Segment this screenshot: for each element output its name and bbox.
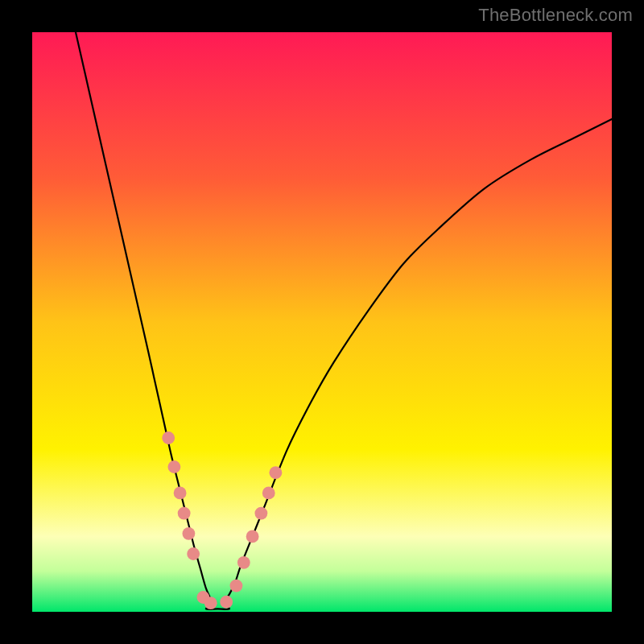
data-marker: [162, 431, 175, 444]
data-marker: [174, 486, 187, 499]
data-marker: [246, 530, 259, 543]
data-marker: [262, 486, 275, 499]
data-marker: [204, 597, 217, 609]
data-marker: [167, 460, 180, 473]
data-marker: [220, 596, 233, 609]
data-marker: [237, 556, 250, 569]
watermark-text: TheBottleneck.com: [478, 5, 633, 26]
data-marker: [269, 466, 282, 479]
data-marker: [254, 507, 267, 520]
data-marker: [178, 507, 191, 520]
data-marker: [182, 527, 195, 540]
chart-plot-area: [32, 32, 612, 612]
gradient-background: [32, 32, 612, 612]
data-marker: [187, 547, 200, 560]
data-marker: [230, 580, 243, 592]
chart-svg: [32, 32, 612, 612]
